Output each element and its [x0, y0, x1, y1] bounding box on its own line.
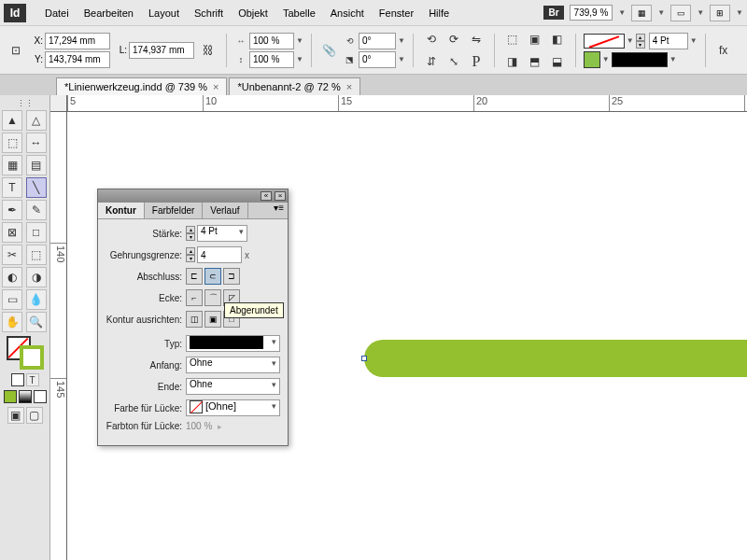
view-options-dd[interactable]: ▼	[657, 8, 665, 17]
gradient-swatch-tool[interactable]: ◐	[2, 267, 22, 287]
arrange-icon[interactable]: ⊞	[710, 5, 730, 21]
rectangle-frame-tool[interactable]: ⊠	[2, 222, 22, 243]
panel-menu-icon[interactable]: ▾≡	[270, 203, 288, 218]
menu-schrift[interactable]: Schrift	[187, 4, 231, 22]
y-input[interactable]	[45, 51, 110, 68]
arrange-dd[interactable]: ▼	[736, 8, 743, 17]
rotate-ccw-icon[interactable]: ⟲	[421, 29, 442, 49]
normal-view-icon[interactable]: ▣	[7, 407, 24, 424]
cap-round-icon[interactable]: ⊂	[204, 268, 221, 285]
pencil-tool[interactable]: ✎	[26, 200, 47, 220]
eyedropper-tool[interactable]: 💧	[26, 289, 47, 310]
palette-grip-icon[interactable]: ⋮⋮	[2, 99, 48, 108]
selection-handle[interactable]	[361, 356, 367, 361]
character-icon[interactable]: P	[466, 51, 486, 72]
stroke-style-swatch[interactable]	[612, 52, 668, 67]
ende-select[interactable]: Ohne	[186, 378, 280, 395]
panel-titlebar[interactable]: « ×	[98, 189, 288, 203]
select-next-icon[interactable]: ◨	[502, 51, 523, 72]
panel-close-icon[interactable]: ×	[275, 191, 286, 201]
scale-x-input[interactable]	[249, 33, 294, 49]
select-content-icon[interactable]: ▣	[525, 29, 545, 49]
select-last-icon[interactable]: ⬓	[547, 51, 568, 72]
free-transform-tool[interactable]: ⬚	[26, 245, 47, 265]
scissors-tool[interactable]: ✂	[2, 245, 22, 265]
cap-butt-icon[interactable]: ⊏	[186, 268, 203, 285]
zoom-level[interactable]: 739,9 %	[570, 5, 613, 21]
stroke-style-dd[interactable]: ▼	[669, 55, 677, 63]
scale-y-input[interactable]	[249, 51, 294, 68]
menu-bearbeiten[interactable]: Bearbeiten	[77, 4, 141, 22]
page-tool[interactable]: ⬚	[2, 133, 22, 153]
length-input[interactable]	[129, 42, 194, 59]
stroke-proxy[interactable]	[20, 345, 44, 370]
anfang-select[interactable]: Ohne	[186, 357, 280, 373]
staerke-select[interactable]: 4 Pt	[197, 225, 247, 242]
gradient-feather-tool[interactable]: ◑	[26, 267, 47, 287]
weight-down[interactable]: ▾	[636, 41, 645, 49]
apply-color-icon[interactable]	[11, 373, 24, 386]
menu-hilfe[interactable]: Hilfe	[421, 4, 457, 22]
gradient-swatch[interactable]	[19, 390, 32, 403]
tab-kontur[interactable]: Kontur	[98, 203, 145, 218]
note-tool[interactable]: ▭	[2, 289, 22, 310]
rotate-dd[interactable]: ▼	[398, 36, 405, 45]
content-collector-tool[interactable]: ▦	[2, 155, 22, 175]
pen-tool[interactable]: ✒	[2, 200, 22, 220]
ruler-horizontal[interactable]: 5 10 15 20 25 30	[67, 95, 747, 112]
format-text-icon[interactable]: T	[26, 373, 39, 386]
menu-tabelle[interactable]: Tabelle	[275, 4, 323, 22]
flip-both-icon[interactable]: ⤡	[444, 51, 464, 72]
gehrung-input[interactable]	[197, 246, 242, 263]
doc-tab-2-close-icon[interactable]: ×	[346, 81, 352, 92]
weight-dd[interactable]: ▼	[690, 36, 698, 45]
preview-view-icon[interactable]: ▢	[26, 407, 43, 424]
doc-tab-1-close-icon[interactable]: ×	[213, 81, 218, 92]
fill-swatch[interactable]	[584, 34, 625, 49]
menu-fenster[interactable]: Fenster	[372, 4, 421, 22]
doc-tab-2[interactable]: *Unbenannt-2 @ 72 % ×	[229, 77, 360, 95]
rectangle-tool[interactable]: □	[26, 222, 47, 243]
screen-mode-dd[interactable]: ▼	[697, 8, 704, 17]
ruler-origin[interactable]	[50, 95, 67, 112]
none-swatch[interactable]	[34, 390, 47, 403]
menu-ansicht[interactable]: Ansicht	[323, 4, 372, 22]
selection-tool[interactable]: ▲	[2, 110, 22, 131]
align-center-icon[interactable]: ◫	[186, 311, 203, 328]
gap-tool[interactable]: ↔	[26, 133, 47, 153]
x-input[interactable]	[45, 33, 110, 49]
constrain-icon[interactable]: ⛓	[198, 40, 218, 61]
line-tool[interactable]: ╲	[26, 177, 47, 198]
select-first-icon[interactable]: ⬒	[525, 51, 545, 72]
join-miter-icon[interactable]: ⌐	[186, 289, 203, 306]
cap-projecting-icon[interactable]: ⊐	[223, 268, 240, 285]
screen-mode-icon[interactable]: ▭	[670, 5, 691, 21]
reference-point-icon[interactable]: ⊡	[6, 40, 26, 61]
zoom-dropdown-icon[interactable]: ▼	[618, 8, 626, 17]
flip-h-icon[interactable]: ⇋	[466, 29, 486, 49]
last-color-swatch[interactable]	[4, 390, 17, 403]
scale-y-dd[interactable]: ▼	[296, 55, 303, 63]
stroke-color-dd[interactable]: ▼	[602, 55, 610, 63]
type-tool[interactable]: T	[2, 177, 22, 198]
rotate-cw-icon[interactable]: ⟳	[444, 29, 464, 49]
farbton-slider-icon[interactable]: ▸	[218, 422, 222, 431]
effects-icon[interactable]: fx	[713, 40, 734, 61]
gehrung-down[interactable]: ▾	[186, 255, 195, 262]
selected-line-object[interactable]	[364, 340, 747, 377]
typ-select[interactable]	[186, 335, 280, 352]
menu-layout[interactable]: Layout	[141, 4, 187, 22]
gehrung-up[interactable]: ▴	[186, 247, 195, 255]
zoom-tool[interactable]: 🔍	[26, 312, 47, 332]
select-prev-icon[interactable]: ◧	[547, 29, 568, 49]
tab-farbfelder[interactable]: Farbfelder	[145, 203, 204, 218]
tab-verlauf[interactable]: Verlauf	[203, 203, 247, 218]
farbe-select[interactable]: [Ohne]	[186, 399, 280, 416]
join-round-icon[interactable]: ⌒	[204, 289, 221, 306]
rotate-input[interactable]	[359, 33, 396, 49]
direct-selection-tool[interactable]: △	[26, 110, 47, 131]
content-placer-tool[interactable]: ▤	[26, 155, 47, 175]
hand-tool[interactable]: ✋	[2, 312, 22, 332]
stroke-color-swatch[interactable]	[584, 51, 600, 68]
menu-objekt[interactable]: Objekt	[231, 4, 275, 22]
